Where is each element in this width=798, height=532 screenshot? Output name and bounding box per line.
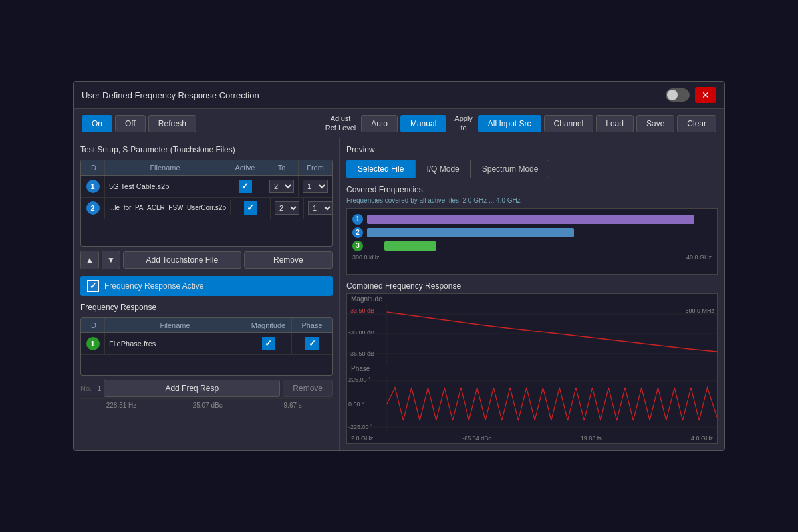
to-select-2[interactable]: 21 xyxy=(275,201,299,215)
add-freq-resp-button[interactable]: Add Freq Resp xyxy=(104,380,280,397)
magnitude-label: Magnitude xyxy=(347,294,717,304)
active-checkbox-2[interactable] xyxy=(244,201,257,215)
freq-axis: 300.0 kHz 40.0 GHz xyxy=(352,254,712,261)
status-left: -228.51 Hz xyxy=(80,402,160,409)
covered-freq-subtitle: Frequencies covered by all active files:… xyxy=(346,197,718,204)
off-button[interactable]: Off xyxy=(115,115,146,132)
clear-button[interactable]: Clear xyxy=(677,115,716,132)
empty-row xyxy=(81,219,332,246)
freq-bar-2 xyxy=(367,228,574,237)
channel-button[interactable]: Channel xyxy=(544,115,594,132)
to-select-1[interactable]: 21 xyxy=(269,180,294,193)
col-from: From xyxy=(299,160,332,175)
freq-col-phase: Phase xyxy=(292,318,332,332)
row-id-badge: 1 xyxy=(86,180,100,193)
freq-active-checkbox[interactable] xyxy=(87,280,99,292)
row2-from[interactable]: 12 xyxy=(304,198,332,219)
freq-col-filename: Filename xyxy=(105,318,245,332)
bottom-axis-right: 4.0 GHz xyxy=(691,435,713,442)
freq-row1-id: 1 xyxy=(81,333,105,354)
on-button[interactable]: On xyxy=(82,115,112,132)
bottom-axis-center-left: -65.54 dBc xyxy=(462,435,491,442)
row2-filename: ...le_for_PA_ACLR_FSW_UserCorr.s2p xyxy=(105,200,231,215)
row2-id: 2 xyxy=(81,198,105,219)
freq-row1-magnitude[interactable] xyxy=(245,333,292,354)
freq-col-id: ID xyxy=(81,318,105,332)
manual-button[interactable]: Manual xyxy=(400,115,446,132)
sparam-table-header: ID Filename Active To From xyxy=(81,160,332,176)
freq-active-label: Frequency Response Active xyxy=(104,281,203,291)
freq-axis-left: 300.0 kHz xyxy=(352,254,380,261)
row1-active-checkbox[interactable] xyxy=(225,176,265,197)
adjust-ref-group: AdjustRef Level Auto Manual xyxy=(325,114,447,132)
row1-to[interactable]: 21 xyxy=(265,176,299,197)
col-active: Active xyxy=(225,160,265,175)
from-select-1[interactable]: 12 xyxy=(303,180,328,193)
remove-sparam-button[interactable]: Remove xyxy=(244,251,332,269)
freq-resp-table: ID Filename Magnitude Phase 1 FilePhase.… xyxy=(80,317,332,376)
freq-no-value: 1 xyxy=(97,384,101,392)
auto-button[interactable]: Auto xyxy=(361,115,398,132)
toolbar: On Off Refresh AdjustRef Level Auto Manu… xyxy=(74,109,724,138)
status-right: 9.67 s xyxy=(253,402,332,409)
freq-bar-id-3: 3 xyxy=(352,241,363,251)
freq-resp-actions: No. 1 Add Freq Resp Remove xyxy=(80,380,332,397)
magnitude-chart: -33.50 dB -35.00 dB -36.50 dB 300.0 MHz xyxy=(347,304,717,364)
status-center: -25.07 dBc xyxy=(167,402,247,409)
desktop: User Defined Frequency Response Correcti… xyxy=(0,0,798,532)
tab-selected-file[interactable]: Selected File xyxy=(346,160,415,178)
covered-freq-title: Covered Frequencies xyxy=(346,185,718,194)
magnitude-svg xyxy=(347,304,717,364)
phase-chart: 225.00 ° 0.00 ° -225.00 ° xyxy=(347,374,717,434)
chart-bottom-axis: 2.0 GHz -65.54 dBc 19.83 fs 4.0 GHz xyxy=(347,434,717,443)
sparam-table: ID Filename Active To From 1 5G Test Cab… xyxy=(80,160,332,247)
bottom-axis-center-right: 19.83 fs xyxy=(581,435,602,442)
table-row: 1 FilePhase.fres xyxy=(81,333,332,355)
bottom-axis-left: 2.0 GHz xyxy=(351,435,373,442)
move-up-button[interactable]: ▲ xyxy=(80,251,99,269)
row2-to[interactable]: 21 xyxy=(271,198,304,219)
freq-no-entry: No. xyxy=(80,384,92,392)
col-filename: Filename xyxy=(105,160,225,175)
phase-svg xyxy=(347,374,717,434)
freq-bar-1 xyxy=(367,215,694,224)
apply-to-label: Applyto xyxy=(454,114,473,132)
move-down-button[interactable]: ▼ xyxy=(102,251,120,269)
load-button[interactable]: Load xyxy=(596,115,634,132)
tab-iq-mode[interactable]: I/Q Mode xyxy=(415,160,470,178)
freq-bar-3 xyxy=(384,241,436,251)
title-controls: ✕ xyxy=(666,87,716,103)
add-touchstone-button[interactable]: Add Touchstone File xyxy=(123,251,241,269)
phase-checkbox[interactable] xyxy=(305,337,319,350)
sparam-section-title: Test Setup, S-Parameter (Touchstone File… xyxy=(80,145,332,154)
active-checkbox-1[interactable] xyxy=(239,180,252,193)
row1-from[interactable]: 12 xyxy=(299,176,332,197)
save-button[interactable]: Save xyxy=(636,115,674,132)
all-input-src-button[interactable]: All Input Src xyxy=(478,115,541,132)
power-toggle[interactable] xyxy=(666,88,690,102)
row-id-badge: 2 xyxy=(86,201,100,215)
row2-active-checkbox[interactable] xyxy=(231,198,271,219)
title-bar: User Defined Frequency Response Correcti… xyxy=(74,82,724,109)
tab-spectrum-mode[interactable]: Spectrum Mode xyxy=(471,160,550,178)
freq-bar-container-2 xyxy=(367,228,712,237)
freq-bar-container-1 xyxy=(367,215,712,224)
freq-bar-id-2: 2 xyxy=(352,227,363,238)
col-id: ID xyxy=(81,160,105,175)
combined-freq-section: Combined Frequency Response Magnitude -3… xyxy=(346,281,718,444)
close-button[interactable]: ✕ xyxy=(695,87,716,103)
from-select-2[interactable]: 12 xyxy=(308,201,332,215)
freq-active-bar[interactable]: Frequency Response Active xyxy=(80,276,332,296)
freq-row1-phase[interactable] xyxy=(292,333,332,354)
freq-bar-id-1: 1 xyxy=(352,214,363,225)
remove-freq-button[interactable]: Remove xyxy=(283,380,332,397)
freq-col-magnitude: Magnitude xyxy=(245,318,292,332)
sparam-actions: ▲ ▼ Add Touchstone File Remove xyxy=(80,251,332,269)
preview-title: Preview xyxy=(346,145,718,154)
table-row: 2 ...le_for_PA_ACLR_FSW_UserCorr.s2p 21 xyxy=(81,198,332,219)
magnitude-checkbox[interactable] xyxy=(262,337,275,350)
row1-id: 1 xyxy=(81,176,105,197)
window-title: User Defined Frequency Response Correcti… xyxy=(82,90,259,100)
refresh-button[interactable]: Refresh xyxy=(148,115,196,132)
freq-resp-header: ID Filename Magnitude Phase xyxy=(81,318,332,333)
